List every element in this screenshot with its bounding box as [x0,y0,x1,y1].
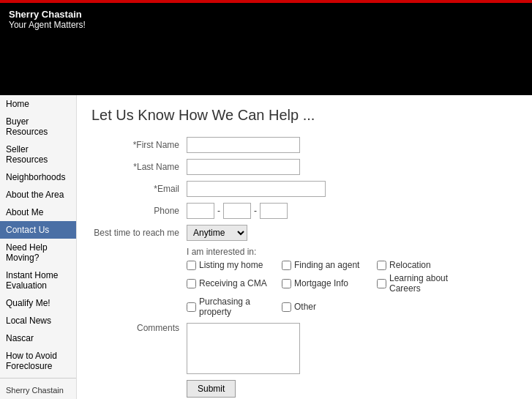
phone-prefix-input[interactable] [223,203,251,219]
submit-button[interactable]: Submit [187,380,236,398]
checkbox-careers-label: Learning about Careers [389,273,465,294]
checkbox-cma-input[interactable] [187,279,196,288]
phone-sep2: - [254,206,257,216]
sidebar-contact-email-text: Sherry@SellsTnHomes.com [6,397,70,400]
checkbox-purchasing[interactable]: Purchasing a property [187,297,282,317]
sidebar-item-contact-us[interactable]: Contact Us [0,221,76,239]
checkbox-other[interactable]: Other [282,297,377,317]
interested-label: I am interested in: [91,247,517,257]
checkbox-cma[interactable]: Receiving a CMA [187,273,282,294]
phone-area-input[interactable] [187,203,214,219]
last-name-row: *Last Name [91,159,517,175]
checkbox-other-label: Other [294,302,316,312]
phone-sep1: - [217,206,220,216]
sidebar: Home Buyer Resources Seller Resources Ne… [0,95,77,399]
checkbox-relocation[interactable]: Relocation [377,260,465,270]
besttime-row: Best time to reach me Anytime Morning Af… [91,225,517,241]
page-title: Let Us Know How We Can Help ... [91,107,517,124]
sidebar-contact-info: Sherry Chastain Sherry@SellsTnHomes.com … [0,378,76,399]
email-label: *Email [91,184,187,194]
checkbox-finding-agent-input[interactable] [282,261,291,270]
checkbox-relocation-label: Relocation [389,260,431,270]
checkbox-finding-agent-label: Finding an agent [294,260,359,270]
sidebar-item-about-area[interactable]: About the Area [0,186,76,204]
checkbox-cma-label: Receiving a CMA [199,278,267,288]
checkbox-listing[interactable]: Listing my home [187,260,282,270]
checkbox-mortgage-input[interactable] [282,279,291,288]
checkbox-mortgage-label: Mortgage Info [294,278,348,288]
tagline: Your Agent Matters! [9,20,523,30]
content-area: Let Us Know How We Can Help ... *First N… [77,95,532,399]
comments-textarea[interactable] [187,323,300,374]
sidebar-item-nascar[interactable]: Nascar [0,329,76,347]
phone-label: Phone [91,206,187,216]
sidebar-item-need-help[interactable]: Need Help Moving? [0,239,76,266]
besttime-label: Best time to reach me [91,228,187,238]
checkbox-mortgage[interactable]: Mortgage Info [282,273,377,294]
checkbox-purchasing-input[interactable] [187,302,196,312]
first-name-row: *First Name [91,137,517,153]
sidebar-item-seller-resources[interactable]: Seller Resources [0,141,76,168]
sidebar-item-qualify[interactable]: Qualify Me! [0,294,76,312]
checkbox-relocation-input[interactable] [377,261,386,270]
sidebar-item-neighborhoods[interactable]: Neighborhoods [0,168,76,186]
comments-row: Comments [91,323,517,374]
checkbox-careers[interactable]: Learning about Careers [377,273,465,294]
comments-label: Comments [91,323,187,333]
header: Sherry Chastain Your Agent Matters! [0,0,532,95]
first-name-label: *First Name [91,140,187,150]
phone-row: Phone - - [91,203,517,219]
submit-row: Submit [91,380,517,398]
checkbox-careers-input[interactable] [377,279,386,288]
checkbox-purchasing-label: Purchasing a property [199,297,282,317]
phone-fields: - - [187,203,288,219]
email-input[interactable] [187,181,326,197]
checkbox-other-input[interactable] [282,302,291,312]
sidebar-item-home[interactable]: Home [0,95,76,113]
main-layout: Home Buyer Resources Seller Resources Ne… [0,95,532,399]
interested-grid: Listing my home Finding an agent Relocat… [91,260,517,317]
email-row: *Email [91,181,517,197]
last-name-label: *Last Name [91,162,187,172]
first-name-input[interactable] [187,137,300,153]
besttime-select[interactable]: Anytime Morning Afternoon Evening [187,225,247,241]
checkbox-listing-label: Listing my home [199,260,263,270]
agent-name: Sherry Chastain [9,9,523,20]
sidebar-item-home-eval[interactable]: Instant Home Evaluation [0,266,76,294]
checkbox-listing-input[interactable] [187,261,196,270]
sidebar-item-buyer-resources[interactable]: Buyer Resources [0,113,76,141]
interested-section: I am interested in: Listing my home Find… [91,247,517,317]
sidebar-item-local-news[interactable]: Local News [0,312,76,329]
last-name-input[interactable] [187,159,300,175]
sidebar-contact-name: Sherry Chastain [6,384,70,397]
sidebar-item-foreclosure[interactable]: How to Avoid Foreclosure [0,347,76,375]
phone-number-input[interactable] [260,203,288,219]
sidebar-item-about-me[interactable]: About Me [0,204,76,221]
checkbox-finding-agent[interactable]: Finding an agent [282,260,377,270]
